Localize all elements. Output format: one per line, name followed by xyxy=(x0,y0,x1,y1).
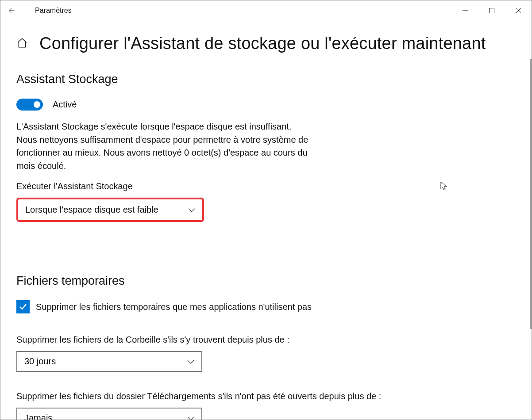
chevron-down-icon xyxy=(188,205,195,215)
home-icon xyxy=(16,37,28,49)
dropdown-value: 30 jours xyxy=(24,356,56,367)
svg-rect-0 xyxy=(490,8,494,13)
back-button[interactable] xyxy=(0,0,22,21)
recycle-bin-label: Supprimer les fichiers de la Corbeille s… xyxy=(16,335,516,345)
run-storage-sense-label: Exécuter l'Assistant Stockage xyxy=(16,181,516,191)
downloads-dropdown[interactable]: Jamais xyxy=(16,408,202,420)
storage-sense-description: L'Assistant Stockage s'exécute lorsque l… xyxy=(16,120,313,172)
downloads-label: Supprimer les fichiers du dossier Téléch… xyxy=(16,391,516,401)
section-heading-temp-files: Fichiers temporaires xyxy=(16,274,516,288)
delete-temp-files-label: Supprimer les fichiers temporaires que m… xyxy=(36,302,312,312)
close-icon xyxy=(515,8,521,14)
minimize-button[interactable] xyxy=(452,0,478,21)
delete-temp-files-row: Supprimer les fichiers temporaires que m… xyxy=(16,300,516,313)
minimize-icon xyxy=(462,8,468,14)
run-storage-sense-group: Exécuter l'Assistant Stockage Lorsque l'… xyxy=(16,181,516,222)
dropdown-value: Jamais xyxy=(24,413,52,420)
content-area: Configurer l'Assistant de stockage ou l'… xyxy=(0,21,532,420)
downloads-group: Supprimer les fichiers du dossier Téléch… xyxy=(16,391,516,420)
page-heading-row: Configurer l'Assistant de stockage ou l'… xyxy=(16,34,516,53)
storage-sense-toggle-row: Activé xyxy=(16,99,516,111)
recycle-bin-group: Supprimer les fichiers de la Corbeille s… xyxy=(16,335,516,372)
section-heading-storage: Assistant Stockage xyxy=(16,73,516,86)
chevron-down-icon xyxy=(187,356,194,367)
checkmark-icon xyxy=(19,302,27,311)
page-title: Configurer l'Assistant de stockage ou l'… xyxy=(39,34,486,53)
window-title: Paramètres xyxy=(35,7,72,15)
toggle-state-label: Activé xyxy=(53,99,77,110)
delete-temp-files-checkbox[interactable] xyxy=(16,300,30,313)
window-controls xyxy=(452,0,532,21)
toggle-knob xyxy=(34,101,40,108)
run-storage-sense-dropdown[interactable]: Lorsque l'espace disque est faible xyxy=(16,198,204,222)
chevron-down-icon xyxy=(187,413,194,420)
titlebar: Paramètres xyxy=(0,0,532,21)
home-button[interactable] xyxy=(16,37,28,50)
maximize-icon xyxy=(489,8,495,14)
dropdown-value: Lorsque l'espace disque est faible xyxy=(25,205,158,215)
arrow-left-icon xyxy=(7,7,15,15)
maximize-button[interactable] xyxy=(478,0,505,21)
storage-sense-toggle[interactable] xyxy=(16,99,43,111)
recycle-bin-dropdown[interactable]: 30 jours xyxy=(16,351,202,372)
scrollbar-thumb[interactable] xyxy=(530,59,532,329)
close-button[interactable] xyxy=(505,0,532,21)
